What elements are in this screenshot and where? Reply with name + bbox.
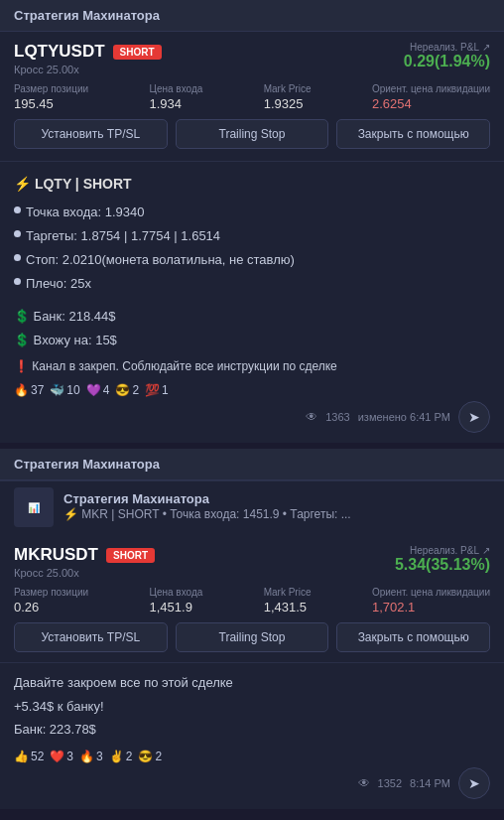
liq-value-lqty: 2.6254 [372,96,490,111]
dot-4-lqty [14,278,21,285]
metric-entry-mkr: Цена входа 1,451.9 [150,587,203,615]
reaction-heart-lqty[interactable]: 💜 4 [86,383,110,397]
btn-close-lqty[interactable]: Закрыть с помощью [336,119,490,149]
whale-emoji-lqty: 🐳 [50,383,64,397]
pnl-col-mkr: Нереализ. P&L ↗ 5.34(35.13%) [395,545,490,574]
peace-count-mkr: 2 [126,750,133,763]
card1-header-text: Стратегия Махинатора [14,8,160,23]
trade-top-mkr: MKRUSDT Short Кросс 25.00x Нереализ. P&L… [14,545,490,579]
cool-count-lqty: 2 [132,383,139,397]
dot-3-lqty [14,254,21,261]
peace-emoji-mkr: ✌️ [109,750,124,763]
mark-label-lqty: Mark Price [264,83,312,94]
liq-value-mkr: 1,702.1 [372,600,490,615]
meta-row-lqty: 👁 1363 изменено 6:41 PM ➤ [14,401,490,433]
size-label-mkr: Размер позиции [14,587,88,598]
metric-size-mkr: Размер позиции 0.26 [14,587,88,615]
heart-count-lqty: 4 [103,383,110,397]
size-value-mkr: 0.26 [14,600,88,615]
eye-icon-mkr: 👁 [358,776,370,790]
mark-value-lqty: 1.9325 [264,96,312,111]
cool-count-mkr: 2 [155,750,162,763]
time-mkr: 8:14 PM [410,777,450,789]
card2-header-text: Стратегия Махинатора [14,457,160,472]
reactions-row-mkr: 👍 52 ❤️ 3 🔥 3 ✌️ 2 😎 2 [14,750,490,763]
btn-trail-mkr[interactable]: Trailing Stop [176,622,329,652]
bank-line-1-lqty: 💲 Банк: 218.44$ [14,305,490,328]
bullet-4-lqty: Плечо: 25x [14,273,490,295]
metrics-row-mkr: Размер позиции 0.26 Цена входа 1,451.9 M… [14,587,490,615]
trade-top-lqty: LQTYUSDT Short Кросс 25.00x Нереализ. P&… [14,42,490,75]
warning-row-lqty: ❗ Канал в закреп. Соблюдайте все инструк… [14,359,490,373]
views-mkr: 1352 [378,777,402,789]
reaction-peace-mkr[interactable]: ✌️ 2 [109,750,133,763]
card2-header: Стратегия Махинатора [0,449,504,480]
mark-value-mkr: 1,431.5 [264,600,312,615]
heart-emoji-lqty: 💜 [86,383,101,397]
liq-label-mkr: Ориент. цена ликвидации [372,587,490,598]
dot-2-lqty [14,230,21,237]
entry-value-lqty: 1.934 [150,96,203,111]
metric-liq-mkr: Ориент. цена ликвидации 1,702.1 [372,587,490,615]
symbol-name-mkr: MKRUSDT [14,545,98,565]
msg-thumb-mkr: 📊 [14,487,54,527]
btn-close-mkr[interactable]: Закрыть с помощью [336,622,490,652]
reaction-fire-lqty[interactable]: 🔥 37 [14,383,44,397]
reaction-cool-lqty[interactable]: 😎 2 [115,383,139,397]
btn-row-mkr: Установить TP/SL Trailing Stop Закрыть с… [14,622,490,652]
thumbsup-count-mkr: 52 [31,750,44,763]
thumb-icon-mkr: 📊 [28,502,40,513]
dot-1-lqty [14,206,21,213]
fire-count-lqty: 37 [31,383,44,397]
size-label-lqty: Размер позиции [14,83,88,94]
100-count-lqty: 1 [162,383,169,397]
signal-title-text-lqty: ⚡ LQTY | SHORT [14,176,132,192]
card-mkr: Стратегия Махинатора 📊 Стратегия Махинат… [0,449,504,809]
mark-label-mkr: Mark Price [264,587,312,598]
symbol-row-mkr: MKRUSDT Short [14,545,155,565]
trade-block-lqty: LQTYUSDT Short Кросс 25.00x Нереализ. P&… [0,32,504,159]
reaction-100-lqty[interactable]: 💯 1 [145,383,169,397]
btn-tp-mkr[interactable]: Установить TP/SL [14,622,168,652]
symbol-row-lqty: LQTYUSDT Short [14,42,162,62]
reaction-whale-lqty[interactable]: 🐳 10 [50,383,79,397]
symbol-col-lqty: LQTYUSDT Short Кросс 25.00x [14,42,162,75]
symbol-col-mkr: MKRUSDT Short Кросс 25.00x [14,545,155,579]
views-lqty: 1363 [325,411,349,423]
symbol-name-lqty: LQTYUSDT [14,42,105,62]
whale-count-lqty: 10 [66,383,79,397]
bullet-text-1-lqty: Точка входа: 1.9340 [26,202,144,223]
cool-emoji-mkr: 😎 [138,750,153,763]
reaction-thumbsup-mkr[interactable]: 👍 52 [14,750,44,763]
text-content-mkr: Давайте закроем все по этой сделке +5.34… [0,662,504,809]
pnl-label-text-mkr: Нереализ. P&L [410,545,479,556]
bullet-text-2-lqty: Таргеты: 1.8754 | 1.7754 | 1.6514 [26,225,220,247]
pnl-value-lqty: 0.29(1.94%) [404,53,490,70]
bullet-1-lqty: Точка входа: 1.9340 [14,202,490,223]
bank-line-2-lqty: 💲 Вхожу на: 15$ [14,329,490,351]
btn-trail-lqty[interactable]: Trailing Stop [176,119,329,149]
preview-title-mkr: Стратегия Махинатора [63,491,351,506]
reaction-fire-mkr[interactable]: 🔥 3 [79,750,103,763]
forward-btn-mkr[interactable]: ➤ [458,767,490,799]
time-lqty: изменено 6:41 PM [358,411,450,423]
cool-emoji-lqty: 😎 [115,383,130,397]
metric-liq-lqty: Ориент. цена ликвидации 2.6254 [372,83,490,111]
size-value-lqty: 195.45 [14,96,88,111]
bullet-3-lqty: Стоп: 2.0210(монета волатильна, не ставл… [14,249,490,271]
reaction-cool-mkr[interactable]: 😎 2 [138,750,162,763]
forward-btn-lqty[interactable]: ➤ [458,401,490,433]
fire-count-mkr: 3 [96,750,103,763]
pnl-label-lqty: Нереализ. P&L ↗ [404,42,490,53]
reaction-heart-mkr[interactable]: ❤️ 3 [50,750,73,763]
metric-size-lqty: Размер позиции 195.45 [14,83,88,111]
entry-label-mkr: Цена входа [150,587,203,598]
btn-tp-lqty[interactable]: Установить TP/SL [14,119,168,149]
signal-body-lqty: Точка входа: 1.9340 Таргеты: 1.8754 | 1.… [14,202,490,295]
external-icon-lqty: ↗ [482,42,490,53]
badge-short-mkr: Short [106,548,155,563]
fire-emoji-mkr: 🔥 [79,750,94,763]
pnl-label-text-lqty: Нереализ. P&L [410,42,479,53]
metric-mark-lqty: Mark Price 1.9325 [264,83,312,111]
entry-value-mkr: 1,451.9 [150,600,203,615]
